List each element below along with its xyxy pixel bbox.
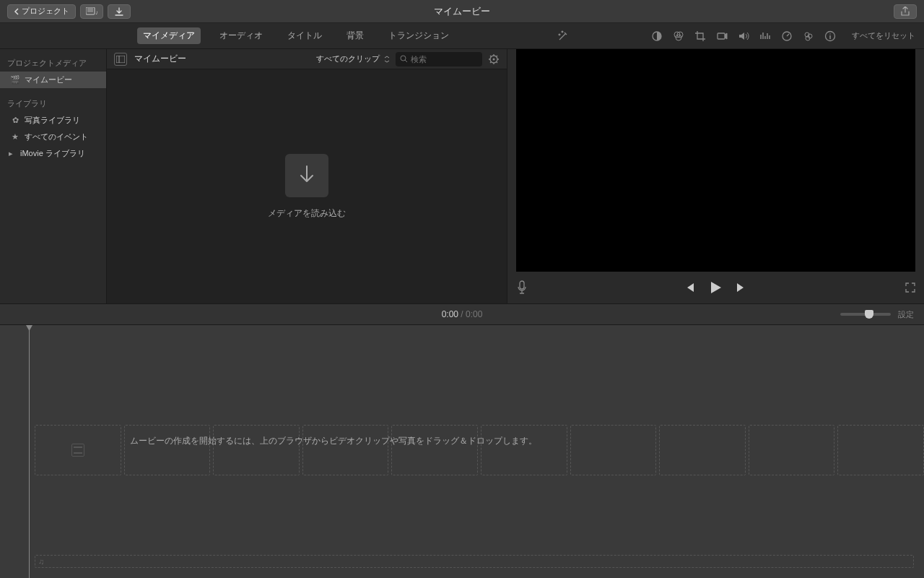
voiceover-button[interactable] xyxy=(516,280,528,295)
noise-reduction-icon[interactable] xyxy=(759,30,771,42)
star-icon: ★ xyxy=(10,133,20,142)
crop-icon[interactable] xyxy=(694,30,706,42)
player-panel xyxy=(507,49,925,303)
tab-background[interactable]: 背景 xyxy=(341,27,370,44)
skip-forward-button[interactable] xyxy=(736,282,747,293)
audio-track[interactable]: ♫ xyxy=(35,555,914,568)
import-button[interactable] xyxy=(108,4,131,19)
fullscreen-button[interactable] xyxy=(905,282,915,293)
film-icon xyxy=(71,444,84,457)
reset-all-button[interactable]: すべてをリセット xyxy=(852,30,915,41)
svg-point-14 xyxy=(401,56,406,61)
sidebar-item-photo-library[interactable]: ✿ 写真ライブラリ xyxy=(0,112,106,129)
clip-slot[interactable] xyxy=(749,425,835,475)
speed-icon[interactable] xyxy=(781,30,793,42)
enhance-icon[interactable] xyxy=(557,30,569,42)
stabilization-icon[interactable] xyxy=(716,30,728,42)
svg-rect-18 xyxy=(520,281,524,289)
clip-slot[interactable] xyxy=(124,425,211,475)
clip-slot[interactable] xyxy=(659,425,746,475)
clip-filter-dropdown[interactable]: すべてのクリップ xyxy=(316,53,389,64)
tab-transition[interactable]: トランジション xyxy=(383,27,455,44)
share-button[interactable] xyxy=(894,4,917,19)
timeline-hint: ムービーの作成を開始するには、上のブラウザからビデオクリップや写真をドラッグ＆ド… xyxy=(130,435,537,447)
media-browser: マイムービー すべてのクリップ メディアを読み込む xyxy=(107,49,507,303)
info-icon[interactable] xyxy=(824,30,836,42)
sidebar-toggle-button[interactable] xyxy=(114,53,127,66)
color-balance-icon[interactable] xyxy=(651,30,663,42)
svg-line-15 xyxy=(405,60,407,62)
timeline-zoom-slider[interactable] xyxy=(840,313,891,316)
clip-slot[interactable] xyxy=(391,425,478,475)
search-icon xyxy=(400,55,408,63)
svg-text:♪: ♪ xyxy=(95,9,97,16)
search-box[interactable] xyxy=(396,52,482,66)
clip-slot[interactable] xyxy=(570,425,657,475)
titlebar: プロジェクト ♪ マイムービー xyxy=(0,0,924,23)
svg-rect-12 xyxy=(116,56,125,63)
sidebar-item-all-events[interactable]: ★ すべてのイベント xyxy=(0,129,106,145)
clip-filter-icon[interactable] xyxy=(803,30,814,42)
timeline-header: 0:00 / 0:00 設定 xyxy=(0,303,924,325)
flower-icon: ✿ xyxy=(10,116,20,125)
music-note-icon: ♫ xyxy=(38,557,44,566)
import-media-label: メディアを読み込む xyxy=(268,207,346,220)
time-display: 0:00 / 0:00 xyxy=(442,309,483,319)
clip-slot[interactable] xyxy=(481,425,567,475)
window-title: マイムービー xyxy=(434,5,490,18)
svg-rect-6 xyxy=(718,33,725,39)
theater-button[interactable]: ♪ xyxy=(80,4,103,19)
media-toolbar: マイメディア オーディオ タイトル 背景 トランジション すべてをリセット xyxy=(0,23,924,49)
sidebar: プロジェクトメディア 🎬 マイムービー ライブラリ ✿ 写真ライブラリ ★ すべ… xyxy=(0,49,107,303)
tab-my-media[interactable]: マイメディア xyxy=(137,27,201,44)
play-button[interactable] xyxy=(708,280,723,295)
svg-point-17 xyxy=(492,58,494,60)
clip-slot[interactable] xyxy=(837,425,924,475)
timeline[interactable]: ムービーの作成を開始するには、上のブラウザからビデオクリップや写真をドラッグ＆ド… xyxy=(0,325,924,578)
download-arrow-icon xyxy=(297,165,316,186)
timeline-settings-button[interactable]: 設定 xyxy=(898,309,914,320)
svg-rect-0 xyxy=(86,7,95,14)
sidebar-item-imovie-library[interactable]: ▸ iMovie ライブラリ xyxy=(0,145,106,162)
tab-audio[interactable]: オーディオ xyxy=(214,27,269,44)
skip-back-button[interactable] xyxy=(684,282,695,293)
sidebar-header-project-media: プロジェクトメディア xyxy=(0,53,106,72)
tab-title[interactable]: タイトル xyxy=(282,27,328,44)
back-to-projects-button[interactable]: プロジェクト xyxy=(7,4,76,19)
color-correction-icon[interactable] xyxy=(673,30,684,42)
import-media-button[interactable] xyxy=(285,154,328,197)
volume-icon[interactable] xyxy=(738,30,749,42)
clip-slot[interactable] xyxy=(213,425,300,475)
zoom-slider-thumb[interactable] xyxy=(865,310,873,319)
clip-slot[interactable] xyxy=(302,425,389,475)
video-preview[interactable] xyxy=(516,49,916,272)
clapper-icon: 🎬 xyxy=(10,76,20,85)
sidebar-header-library: ライブラリ xyxy=(0,94,106,112)
clip-slot[interactable] xyxy=(35,425,121,475)
search-input[interactable] xyxy=(411,55,468,64)
sidebar-item-my-movie[interactable]: 🎬 マイムービー xyxy=(0,72,106,88)
browser-title: マイムービー xyxy=(134,53,186,65)
browser-settings-button[interactable] xyxy=(488,53,500,65)
disclosure-triangle-icon[interactable]: ▸ xyxy=(6,150,16,158)
